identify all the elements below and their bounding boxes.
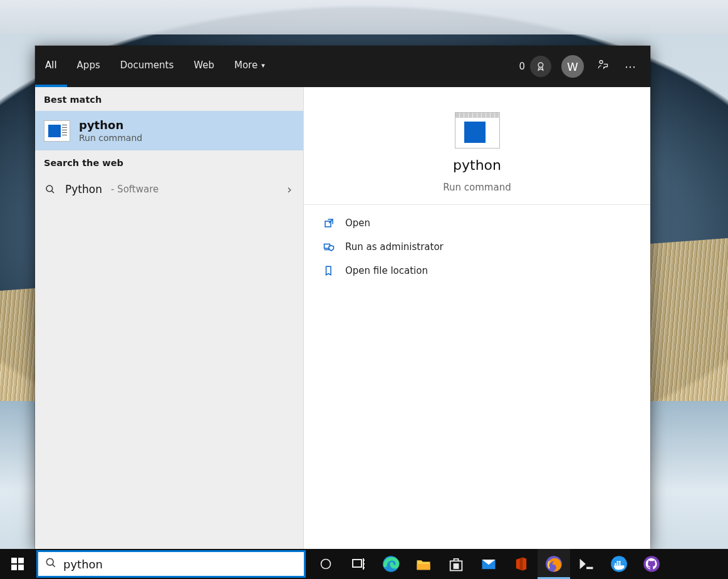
action-label: Run as administrator: [345, 241, 444, 253]
svg-rect-21: [619, 563, 621, 565]
svg-point-5: [46, 558, 53, 565]
svg-rect-17: [586, 567, 593, 570]
rewards-points[interactable]: 0: [519, 56, 551, 77]
cortana-icon[interactable]: [309, 549, 342, 579]
action-run-admin[interactable]: Run as administrator: [316, 235, 638, 259]
chevron-down-icon: ▾: [261, 61, 265, 70]
microsoft-store-icon[interactable]: [440, 549, 472, 579]
action-label: Open file location: [345, 265, 428, 276]
search-icon: [44, 184, 56, 195]
taskbar-search-box[interactable]: [36, 550, 306, 578]
svg-rect-23: [619, 561, 621, 563]
docker-icon[interactable]: [603, 549, 635, 579]
user-avatar[interactable]: W: [561, 55, 584, 78]
svg-point-1: [600, 61, 603, 64]
action-label: Open: [345, 217, 370, 229]
action-open-location[interactable]: Open file location: [316, 259, 638, 283]
mail-icon[interactable]: [472, 549, 505, 579]
section-search-web: Search the web: [35, 150, 303, 174]
results-column: Best match python Run command Search the…: [35, 87, 303, 549]
svg-rect-19: [615, 563, 616, 565]
tab-more[interactable]: More ▾: [224, 46, 275, 87]
avatar-letter: W: [567, 60, 578, 73]
search-icon: [44, 556, 57, 571]
preview-header: python Run command: [304, 87, 650, 205]
action-open[interactable]: Open: [316, 211, 638, 235]
search-input[interactable]: [63, 558, 298, 571]
svg-rect-7: [353, 560, 361, 567]
task-view-icon[interactable]: [342, 549, 375, 579]
tab-documents[interactable]: Documents: [110, 46, 184, 87]
start-button[interactable]: [0, 549, 35, 579]
result-subtitle: Run command: [79, 133, 142, 143]
taskbar-pinned-apps: [309, 549, 668, 579]
firefox-icon[interactable]: [538, 549, 570, 579]
chevron-right-icon: ›: [287, 182, 294, 197]
search-header: All Apps Documents Web More ▾ 0: [35, 46, 650, 87]
tab-apps[interactable]: Apps: [67, 46, 110, 87]
svg-rect-20: [617, 563, 619, 565]
tab-label: All: [45, 60, 57, 71]
header-actions: 0 W ⋯: [519, 55, 644, 78]
folder-location-icon: [323, 265, 335, 276]
admin-shield-icon: [323, 241, 335, 253]
preview-column: python Run command Open: [303, 87, 650, 549]
result-web-item[interactable]: Python - Software ›: [35, 174, 303, 204]
svg-point-6: [321, 560, 331, 569]
terminal-icon[interactable]: [570, 549, 603, 579]
start-search-panel: All Apps Documents Web More ▾ 0: [35, 46, 650, 549]
svg-rect-11: [454, 564, 456, 566]
svg-rect-13: [454, 566, 456, 568]
tab-label: More: [234, 60, 257, 71]
svg-rect-14: [457, 566, 459, 568]
svg-point-0: [538, 63, 543, 68]
tab-label: Documents: [120, 60, 174, 71]
tab-web[interactable]: Web: [184, 46, 224, 87]
section-best-match: Best match: [35, 87, 303, 111]
preview-actions: Open Run as administrator: [304, 205, 650, 289]
more-options-icon[interactable]: ⋯: [621, 60, 639, 73]
run-command-icon: [44, 120, 70, 142]
svg-rect-22: [617, 561, 619, 563]
edge-icon[interactable]: [375, 549, 407, 579]
points-value: 0: [519, 61, 525, 72]
preview-app-icon: [455, 112, 500, 149]
medal-icon: [530, 56, 551, 77]
result-title: python: [79, 118, 142, 132]
preview-title: python: [453, 157, 501, 173]
svg-rect-12: [457, 564, 459, 566]
search-tabs: All Apps Documents Web More ▾: [35, 46, 275, 87]
preview-subtitle: Run command: [443, 182, 511, 193]
taskbar: [0, 549, 728, 579]
open-icon: [323, 217, 335, 229]
result-best-match[interactable]: python Run command: [35, 111, 303, 150]
feedback-icon[interactable]: [594, 59, 611, 74]
svg-point-2: [46, 185, 53, 192]
svg-rect-9: [417, 564, 430, 570]
web-hint: - Software: [111, 184, 159, 195]
tab-label: Apps: [77, 60, 100, 71]
tab-label: Web: [194, 60, 214, 71]
file-explorer-icon[interactable]: [407, 549, 440, 579]
windows-logo-icon: [11, 558, 24, 570]
office-icon[interactable]: [505, 549, 538, 579]
github-icon[interactable]: [635, 549, 668, 579]
web-term: Python: [65, 183, 102, 196]
tab-all[interactable]: All: [35, 46, 67, 87]
